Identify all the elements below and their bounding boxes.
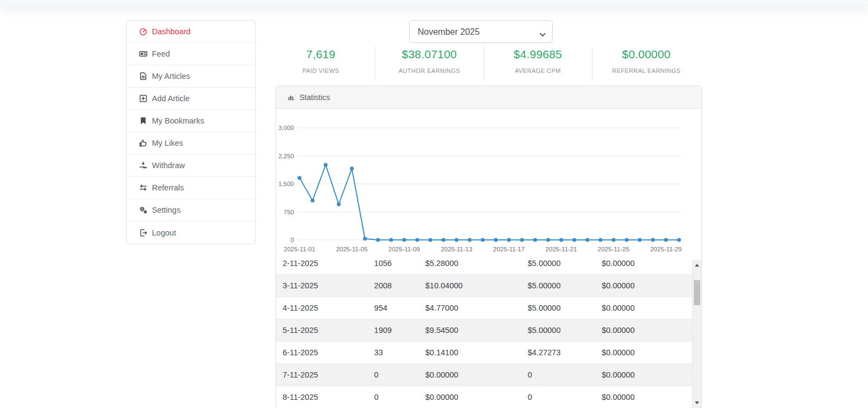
cell-author-earnings: $9.54500 [419, 326, 521, 335]
data-point [559, 238, 563, 242]
data-point [323, 163, 327, 167]
table-row: 4-11-2025954$4.77000$5.00000$0.00000 [276, 297, 692, 319]
sidebar-item-settings[interactable]: Settings [127, 199, 255, 221]
table-row: 3-11-20252008$10.04000$5.00000$0.00000 [276, 275, 692, 297]
data-point [363, 237, 367, 240]
table-row: 6-11-202533$0.14100$4.27273$0.00000 [276, 342, 692, 364]
cell-date: 7-11-2025 [276, 370, 368, 379]
scrollbar-thumb[interactable] [694, 280, 700, 305]
x-tick-label: 2025-11-25 [598, 246, 629, 252]
stat-referral-earnings: $0.00000REFERRAL EARNINGS [592, 47, 700, 81]
data-point [429, 238, 432, 242]
file-icon [138, 72, 148, 81]
cell-referral-earnings: $0.00000 [595, 281, 692, 290]
data-point [520, 238, 524, 242]
data-point [337, 202, 341, 206]
sidebar-item-my-articles[interactable]: My Articles [127, 65, 255, 88]
sidebar-item-label: Logout [152, 228, 176, 237]
cell-referral-earnings: $0.00000 [595, 370, 692, 379]
chart-bar-icon [287, 93, 295, 101]
data-line [299, 165, 679, 240]
cell-referral-earnings: $0.00000 [595, 304, 692, 312]
data-point [389, 238, 393, 242]
table-row: 5-11-20251909$9.54500$5.00000$0.00000 [276, 319, 692, 342]
sidebar-item-label: Add Article [152, 94, 190, 103]
hand-withdraw-icon [138, 161, 148, 170]
stat-value: $0.00000 [592, 48, 700, 61]
month-select[interactable]: November 2025 [409, 20, 553, 43]
stat-paid-views: 7,619PAID VIEWS [267, 47, 375, 81]
sidebar-item-dashboard[interactable]: Dashboard [127, 21, 255, 43]
x-tick-label: 2025-11-09 [388, 246, 420, 252]
sidebar-item-label: Referrals [152, 183, 184, 192]
data-point [546, 238, 550, 242]
sidebar-item-label: My Bookmarks [152, 116, 204, 125]
scroll-down-button[interactable] [693, 398, 701, 407]
scroll-down-icon [695, 401, 699, 404]
data-point [455, 238, 459, 242]
data-point [415, 238, 419, 242]
sidebar-item-my-bookmarks[interactable]: My Bookmarks [127, 110, 255, 132]
x-tick-label: 2025-11-05 [336, 246, 368, 252]
plus-square-icon [138, 94, 148, 103]
data-point [651, 238, 655, 242]
data-point [664, 238, 668, 242]
y-tick-label: 1,500 [278, 181, 294, 187]
sidebar-item-label: My Articles [152, 72, 190, 81]
cell-cpm: $5.00000 [521, 259, 595, 268]
cell-cpm: 0 [521, 370, 595, 379]
data-point [638, 238, 641, 242]
cell-date: 5-11-2025 [276, 326, 368, 335]
sidebar-item-my-likes[interactable]: My Likes [127, 132, 255, 154]
sidebar-item-label: My Likes [152, 139, 183, 147]
x-tick-label: 2025-11-17 [493, 246, 525, 252]
sign-out-icon [138, 228, 148, 237]
newspaper-icon [138, 50, 148, 59]
data-point [585, 238, 589, 242]
cell-author-earnings: $0.00000 [419, 370, 521, 379]
y-tick-label: 3,000 [278, 125, 294, 131]
y-tick-label: 750 [284, 209, 294, 215]
exchange-icon [138, 183, 148, 193]
stat-label: REFERRAL EARNINGS [592, 67, 700, 74]
sidebar-item-logout[interactable]: Logout [127, 221, 255, 244]
cell-paid-views: 33 [368, 348, 419, 357]
data-point [402, 238, 406, 242]
cell-referral-earnings: $0.00000 [595, 393, 692, 401]
sidebar-item-withdraw[interactable]: Withdraw [127, 154, 255, 177]
stat-author-earnings: $38.07100AUTHOR EARNINGS [375, 47, 483, 81]
x-tick-label: 2025-11-13 [441, 246, 472, 252]
panel-title: Statistics [299, 93, 330, 102]
y-tick-label: 2,250 [278, 153, 294, 159]
data-point [507, 238, 511, 242]
stats-summary-row: 7,619PAID VIEWS$38.07100AUTHOR EARNINGS$… [267, 47, 700, 81]
bookmark-icon [138, 116, 148, 126]
table-row: 7-11-20250$0.000000$0.00000 [276, 364, 692, 386]
data-point [612, 238, 615, 242]
paid-views-line-chart: 07501,5002,2503,0002025-11-012025-11-052… [276, 109, 701, 259]
scroll-up-button[interactable] [693, 261, 701, 269]
stat-average-cpm: $4.99685AVERAGE CPM [484, 47, 592, 81]
data-point [481, 238, 485, 242]
cell-referral-earnings: $0.00000 [595, 348, 692, 357]
cell-paid-views: 0 [368, 393, 419, 401]
cell-paid-views: 1909 [368, 326, 419, 335]
table-scrollbar[interactable] [692, 259, 701, 408]
top-navbar [0, 0, 868, 5]
sidebar-item-referrals[interactable]: Referrals [127, 177, 255, 199]
cell-cpm: $5.00000 [521, 281, 595, 290]
sidebar-item-feed[interactable]: Feed [127, 43, 255, 65]
stat-label: PAID VIEWS [267, 67, 375, 74]
statistics-panel: Statistics 07501,5002,2503,0002025-11-01… [276, 85, 702, 408]
sidebar-item-label: Feed [152, 50, 170, 58]
cell-referral-earnings: $0.00000 [595, 259, 692, 268]
data-point [468, 238, 472, 242]
data-point [494, 238, 498, 242]
daily-stats-table: 2-11-20251056$5.28000$5.00000$0.000003-1… [276, 259, 692, 408]
data-point [310, 199, 314, 202]
y-tick-label: 0 [291, 237, 294, 243]
sidebar-item-add-article[interactable]: Add Article [127, 88, 255, 110]
daily-stats-table-scroll-area[interactable]: 2-11-20251056$5.28000$5.00000$0.000003-1… [276, 259, 701, 408]
cell-cpm: $4.27273 [521, 348, 595, 357]
month-select-wrap: November 2025 [409, 20, 553, 43]
